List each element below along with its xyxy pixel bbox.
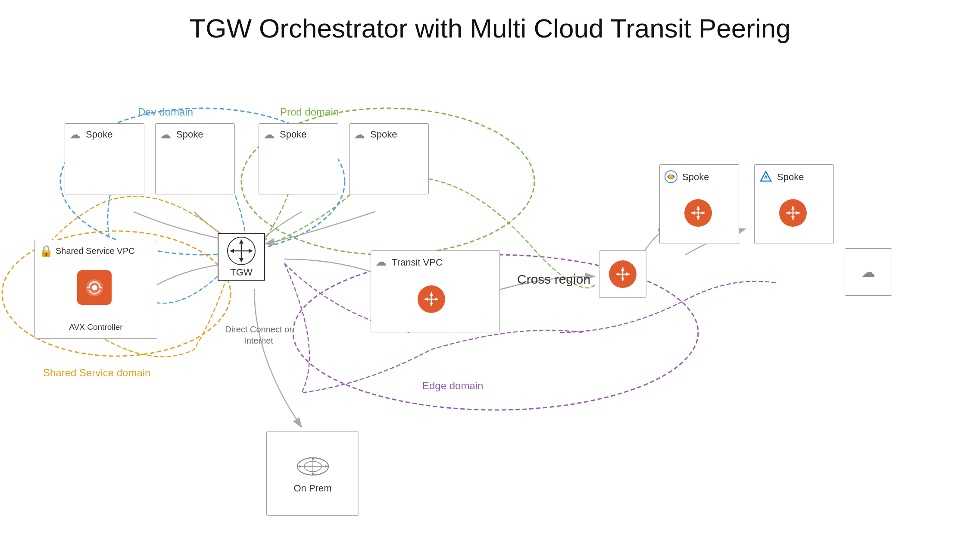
shared-service-domain-label: Shared Service domain (43, 367, 150, 379)
spoke-gcp-label: Spoke (682, 172, 709, 183)
svg-point-52 (312, 473, 314, 475)
shared-service-vpc-box: 🔒 Shared Service VPC AVX Controller (34, 240, 157, 339)
transit-vpc-box: ☁ Transit VPC (371, 250, 500, 332)
spoke-gcp-move-icon (684, 199, 712, 227)
spoke4-cloud-icon: ☁ (354, 128, 365, 141)
spoke3-box: ☁ Spoke (259, 123, 338, 194)
spoke-azure-label: Spoke (777, 172, 804, 183)
cross-region-move-icon (609, 260, 637, 288)
on-prem-label: On Prem (293, 483, 331, 494)
spoke1-label: Spoke (86, 129, 112, 140)
transit-vpc-label: Transit VPC (392, 257, 443, 268)
spoke-azure-move-icon (779, 199, 807, 227)
spoke-azure-box: A Spoke (754, 164, 834, 244)
spoke4-label: Spoke (370, 129, 397, 140)
spoke1-box: ☁ Spoke (65, 123, 144, 194)
shared-service-cloud-icon: 🔒 (39, 244, 53, 258)
spoke3-label: Spoke (280, 129, 306, 140)
azure-icon: A (759, 170, 773, 184)
tgw-box: TGW (218, 233, 265, 281)
svg-point-50 (325, 465, 327, 467)
svg-point-6 (92, 285, 97, 290)
transit-vpc-move-icon (418, 285, 445, 313)
dev-domain-label: Dev domain (138, 106, 193, 118)
spoke2-label: Spoke (176, 129, 203, 140)
diagram: Dev domain Prod domain Shared Service do… (0, 48, 980, 538)
gcp-icon (664, 170, 678, 184)
svg-point-29 (669, 175, 673, 178)
spoke3-cloud-icon: ☁ (263, 128, 275, 141)
spoke4-box: ☁ Spoke (349, 123, 429, 194)
on-prem-box: On Prem (266, 432, 359, 516)
avx-controller-icon (77, 270, 112, 305)
shared-service-vpc-label: Shared Service VPC (56, 246, 134, 256)
prod-domain-label: Prod domain (280, 106, 339, 118)
direct-connect-label: Direct Connect or Internet (224, 324, 293, 346)
edge-domain-label: Edge domain (422, 380, 483, 392)
right-edge-cloud-icon: ☁ (861, 264, 875, 280)
svg-point-49 (299, 465, 301, 467)
tgw-label: TGW (230, 267, 252, 278)
cross-region-box (599, 250, 646, 298)
spoke-gcp-box: Spoke (659, 164, 739, 244)
spoke2-cloud-icon: ☁ (160, 128, 171, 141)
avx-controller-label: AVX Controller (35, 322, 157, 332)
cross-region-label: Cross region (517, 272, 590, 287)
right-edge-box: ☁ (845, 248, 892, 296)
spoke1-cloud-icon: ☁ (69, 128, 81, 141)
svg-text:A: A (764, 175, 768, 181)
spoke2-box: ☁ Spoke (155, 123, 235, 194)
transit-vpc-cloud-icon: ☁ (375, 255, 387, 269)
svg-point-51 (312, 457, 314, 460)
page-title: TGW Orchestrator with Multi Cloud Transi… (0, 0, 980, 48)
